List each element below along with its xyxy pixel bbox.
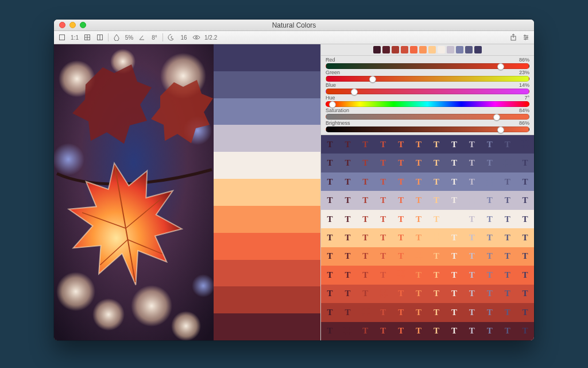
split-icon[interactable] <box>95 33 105 42</box>
matrix-cell[interactable]: T <box>374 322 392 340</box>
matrix-cell[interactable]: T TT T <box>392 266 410 284</box>
matrix-cell[interactable]: T TT T <box>374 285 392 303</box>
palette-swatch[interactable] <box>214 71 320 98</box>
matrix-cell[interactable]: T <box>498 135 516 154</box>
matrix-cell[interactable]: T TT T <box>428 228 446 247</box>
slider-thumb[interactable] <box>497 126 504 133</box>
matrix-cell[interactable]: T <box>374 303 392 321</box>
matrix-cell[interactable]: T <box>374 228 392 247</box>
mini-swatch[interactable] <box>465 46 473 53</box>
matrix-cell[interactable]: T <box>357 154 374 172</box>
matrix-cell[interactable]: T <box>463 322 481 340</box>
matrix-cell[interactable]: T <box>392 191 410 209</box>
matrix-cell[interactable]: T <box>463 154 481 172</box>
palette-swatch[interactable] <box>214 206 320 233</box>
matrix-cell[interactable]: T <box>498 191 516 209</box>
matrix-cell[interactable]: T <box>321 266 339 284</box>
green-slider[interactable]: Green23% <box>326 70 529 82</box>
matrix-cell[interactable]: T <box>516 247 534 266</box>
matrix-cell[interactable]: T <box>374 135 392 154</box>
saturation-value[interactable]: 5% <box>125 33 134 42</box>
slider-thumb[interactable] <box>329 101 336 108</box>
matrix-cell[interactable]: T <box>392 210 410 228</box>
color-count-value[interactable]: 16 <box>179 33 188 42</box>
matrix-cell[interactable]: T <box>463 228 481 247</box>
matrix-cell[interactable]: T <box>374 172 392 191</box>
matrix-cell[interactable]: T <box>410 210 428 228</box>
matrix-cell[interactable]: T <box>357 247 374 266</box>
mini-swatch[interactable] <box>419 46 427 53</box>
matrix-cell[interactable]: T <box>321 247 339 266</box>
slider-thumb[interactable] <box>351 89 358 95</box>
matrix-cell[interactable]: T <box>463 172 481 191</box>
matrix-cell[interactable]: T <box>374 191 392 209</box>
mini-swatch[interactable] <box>392 46 399 53</box>
matrix-cell[interactable]: T <box>516 228 534 247</box>
matrix-cell[interactable]: T <box>463 135 481 154</box>
matrix-cell[interactable]: T <box>321 172 339 191</box>
matrix-cell[interactable]: T TT T <box>481 172 498 191</box>
matrix-cell[interactable]: T <box>481 322 498 340</box>
matrix-cell[interactable]: T <box>339 285 357 303</box>
matrix-cell[interactable]: T <box>357 228 374 247</box>
palette-swatch[interactable] <box>214 152 320 179</box>
red-slider[interactable]: Red86% <box>326 57 529 69</box>
matrix-cell[interactable]: T <box>428 135 446 154</box>
matrix-cell[interactable]: T TT T <box>463 191 481 209</box>
matrix-cell[interactable]: T <box>321 154 339 172</box>
mini-swatch[interactable] <box>456 46 463 53</box>
saturation-slider[interactable]: Saturation84% <box>326 108 529 120</box>
mini-swatch[interactable] <box>373 46 381 53</box>
matrix-cell[interactable]: T <box>392 228 410 247</box>
matrix-cell[interactable]: T <box>516 285 534 303</box>
share-icon[interactable] <box>509 33 518 42</box>
matrix-cell[interactable]: T <box>392 135 410 154</box>
matrix-cell[interactable]: T <box>463 247 481 266</box>
mini-swatch[interactable] <box>447 46 454 53</box>
matrix-cell[interactable]: T <box>392 172 410 191</box>
slider-thumb[interactable] <box>493 114 500 121</box>
palette-swatch[interactable] <box>214 44 320 71</box>
matrix-cell[interactable]: T <box>445 285 463 303</box>
slider-track[interactable] <box>326 89 529 94</box>
matrix-cell[interactable]: T <box>392 247 410 266</box>
matrix-cell[interactable]: T <box>339 247 357 266</box>
matrix-cell[interactable]: T <box>321 322 339 340</box>
matrix-cell[interactable]: T <box>410 228 428 247</box>
matrix-cell[interactable]: T <box>428 191 446 209</box>
matrix-cell[interactable]: T TT T <box>357 303 374 321</box>
matrix-cell[interactable]: T <box>463 210 481 228</box>
angle-value[interactable]: 8° <box>150 33 159 42</box>
mini-swatch[interactable] <box>474 46 482 53</box>
matrix-cell[interactable]: T TT T <box>339 322 357 340</box>
mini-swatch[interactable] <box>438 46 445 53</box>
matrix-cell[interactable]: T <box>516 191 534 209</box>
matrix-cell[interactable]: T <box>445 191 463 209</box>
matrix-cell[interactable]: T <box>374 247 392 266</box>
matrix-cell[interactable]: T <box>516 303 534 321</box>
matrix-cell[interactable]: T <box>516 322 534 340</box>
matrix-cell[interactable]: T <box>481 266 498 284</box>
matrix-cell[interactable]: T <box>321 303 339 321</box>
matrix-cell[interactable]: T <box>498 172 516 191</box>
matrix-cell[interactable]: T <box>428 210 446 228</box>
matrix-cell[interactable]: T <box>392 154 410 172</box>
matrix-cell[interactable]: T <box>392 322 410 340</box>
matrix-cell[interactable]: T <box>445 154 463 172</box>
matrix-cell[interactable]: T <box>410 266 428 284</box>
matrix-cell[interactable]: T <box>410 322 428 340</box>
matrix-cell[interactable]: T <box>339 266 357 284</box>
grid-icon[interactable] <box>83 33 92 42</box>
matrix-cell[interactable]: T <box>374 266 392 284</box>
crop-icon[interactable] <box>57 33 67 42</box>
matrix-cell[interactable]: T <box>481 247 498 266</box>
blue-slider[interactable]: Blue14% <box>326 82 529 94</box>
matrix-cell[interactable]: T <box>392 285 410 303</box>
matrix-cell[interactable]: T <box>339 228 357 247</box>
matrix-cell[interactable]: T <box>339 303 357 321</box>
matrix-cell[interactable]: T <box>498 247 516 266</box>
matrix-cell[interactable]: T <box>445 172 463 191</box>
matrix-cell[interactable]: T <box>392 303 410 321</box>
matrix-cell[interactable]: T TT T <box>498 154 516 172</box>
matrix-cell[interactable]: T <box>481 228 498 247</box>
